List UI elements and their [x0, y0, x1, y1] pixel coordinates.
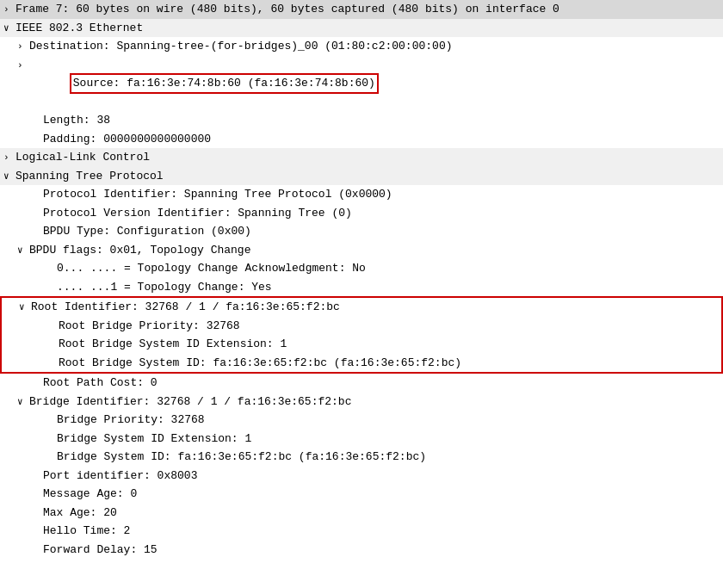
root-prio-spacer [46, 318, 59, 335]
fwd-delay-line[interactable]: Forward Delay: 15 [0, 541, 723, 560]
proto-ver-spacer [31, 205, 43, 222]
padding-text: Padding: 0000000000000000 [43, 131, 720, 148]
hello-time-line[interactable]: Hello Time: 2 [0, 522, 723, 541]
llc-expander[interactable] [3, 149, 15, 166]
bridge-ext-text: Bridge System ID Extension: 1 [57, 430, 720, 448]
root-ext-spacer [46, 336, 59, 353]
root-sys-id-spacer [46, 355, 59, 372]
frame-line[interactable]: Frame 7: 60 bytes on wire (480 bits), 60… [0, 0, 723, 19]
root-ext-text: Root Bridge System ID Extension: 1 [59, 336, 718, 353]
root-ext-line[interactable]: Root Bridge System ID Extension: 1 [2, 335, 721, 354]
root-path-cost-line[interactable]: Root Path Cost: 0 [0, 374, 723, 393]
bpdu-flags-expander[interactable] [17, 242, 29, 259]
root-sys-id-line[interactable]: Root Bridge System ID: fa:16:3e:65:f2:bc… [2, 354, 721, 373]
tca-spacer [45, 260, 57, 277]
root-prio-line[interactable]: Root Bridge Priority: 32768 [2, 317, 721, 336]
proto-id-line[interactable]: Protocol Identifier: Spanning Tree Proto… [0, 185, 723, 204]
destination-line[interactable]: Destination: Spanning-tree-(for-bridges)… [0, 37, 723, 56]
proto-id-text: Protocol Identifier: Spanning Tree Proto… [43, 186, 720, 203]
bridge-sys-id-text: Bridge System ID: fa:16:3e:65:f2:bc (fa:… [57, 449, 720, 466]
root-id-block: Root Identifier: 32768 / 1 / fa:16:3e:65… [0, 296, 723, 374]
source-line[interactable]: Source: fa:16:3e:74:8b:60 (fa:16:3e:74:8… [0, 56, 723, 112]
max-age-line[interactable]: Max Age: 20 [0, 504, 723, 523]
padding-spacer [31, 131, 43, 148]
ethernet-expander[interactable] [3, 20, 15, 37]
root-id-expander[interactable] [19, 299, 31, 316]
port-id-line[interactable]: Port identifier: 0x8003 [0, 467, 723, 486]
root-path-cost-text: Root Path Cost: 0 [43, 374, 720, 392]
proto-id-spacer [31, 186, 43, 203]
ethernet-label: IEEE 802.3 Ethernet [15, 20, 720, 37]
msg-age-spacer [31, 486, 43, 503]
stp-label: Spanning Tree Protocol [15, 168, 720, 185]
source-outlined: Source: fa:16:3e:74:8b:60 (fa:16:3e:74:8… [70, 73, 379, 94]
destination-expander[interactable] [17, 38, 29, 55]
bridge-prio-spacer [45, 412, 57, 429]
source-text: Source: fa:16:3e:74:8b:60 (fa:16:3e:74:8… [29, 57, 720, 111]
bpdu-type-text: BPDU Type: Configuration (0x00) [43, 223, 720, 240]
tc-text: .... ...1 = Topology Change: Yes [57, 279, 720, 296]
fwd-delay-text: Forward Delay: 15 [43, 542, 720, 559]
msg-age-text: Message Age: 0 [43, 486, 720, 503]
port-id-text: Port identifier: 0x8003 [43, 467, 720, 485]
root-id-line[interactable]: Root Identifier: 32768 / 1 / fa:16:3e:65… [2, 298, 721, 317]
bpdu-flags-line[interactable]: BPDU flags: 0x01, Topology Change [0, 241, 723, 260]
max-age-spacer [31, 504, 43, 522]
length-line[interactable]: Length: 38 [0, 111, 723, 130]
bridge-prio-line[interactable]: Bridge Priority: 32768 [0, 411, 723, 430]
frame-text: Frame 7: 60 bytes on wire (480 bits), 60… [15, 1, 720, 18]
stp-expander[interactable] [3, 168, 15, 185]
tc-line[interactable]: .... ...1 = Topology Change: Yes [0, 278, 723, 297]
max-age-text: Max Age: 20 [43, 504, 720, 522]
fwd-delay-spacer [31, 542, 43, 559]
bpdu-type-line[interactable]: BPDU Type: Configuration (0x00) [0, 222, 723, 241]
bridge-ext-line[interactable]: Bridge System ID Extension: 1 [0, 430, 723, 449]
hello-time-text: Hello Time: 2 [43, 523, 720, 540]
proto-ver-line[interactable]: Protocol Version Identifier: Spanning Tr… [0, 204, 723, 223]
root-path-cost-spacer [31, 374, 43, 392]
llc-label: Logical-Link Control [15, 149, 720, 166]
length-spacer [31, 112, 43, 129]
msg-age-line[interactable]: Message Age: 0 [0, 485, 723, 504]
stp-header[interactable]: Spanning Tree Protocol [0, 167, 723, 186]
destination-text: Destination: Spanning-tree-(for-bridges)… [29, 38, 720, 55]
ethernet-header[interactable]: IEEE 802.3 Ethernet [0, 19, 723, 38]
bridge-ext-spacer [45, 430, 57, 448]
root-prio-text: Root Bridge Priority: 32768 [59, 318, 718, 335]
bridge-prio-text: Bridge Priority: 32768 [57, 412, 720, 429]
bridge-id-text: Bridge Identifier: 32768 / 1 / fa:16:3e:… [29, 393, 720, 411]
root-id-text: Root Identifier: 32768 / 1 / fa:16:3e:65… [31, 299, 718, 316]
bpdu-flags-text: BPDU flags: 0x01, Topology Change [29, 242, 720, 259]
tca-line[interactable]: 0... .... = Topology Change Acknowledgme… [0, 259, 723, 278]
bridge-id-expander[interactable] [17, 393, 29, 411]
bridge-sys-id-spacer [45, 449, 57, 466]
hello-time-spacer [31, 523, 43, 540]
llc-header[interactable]: Logical-Link Control [0, 148, 723, 167]
packet-detail: Frame 7: 60 bytes on wire (480 bits), 60… [0, 0, 723, 559]
tc-spacer [45, 279, 57, 296]
frame-expander[interactable] [3, 1, 15, 18]
proto-ver-text: Protocol Version Identifier: Spanning Tr… [43, 205, 720, 222]
length-text: Length: 38 [43, 112, 720, 129]
root-sys-id-text: Root Bridge System ID: fa:16:3e:65:f2:bc… [59, 355, 718, 372]
bpdu-type-spacer [31, 223, 43, 240]
port-id-spacer [31, 467, 43, 485]
source-expander[interactable] [17, 57, 29, 74]
padding-line[interactable]: Padding: 0000000000000000 [0, 130, 723, 149]
bridge-sys-id-line[interactable]: Bridge System ID: fa:16:3e:65:f2:bc (fa:… [0, 448, 723, 467]
tca-text: 0... .... = Topology Change Acknowledgme… [57, 260, 720, 277]
bridge-id-line[interactable]: Bridge Identifier: 32768 / 1 / fa:16:3e:… [0, 393, 723, 412]
